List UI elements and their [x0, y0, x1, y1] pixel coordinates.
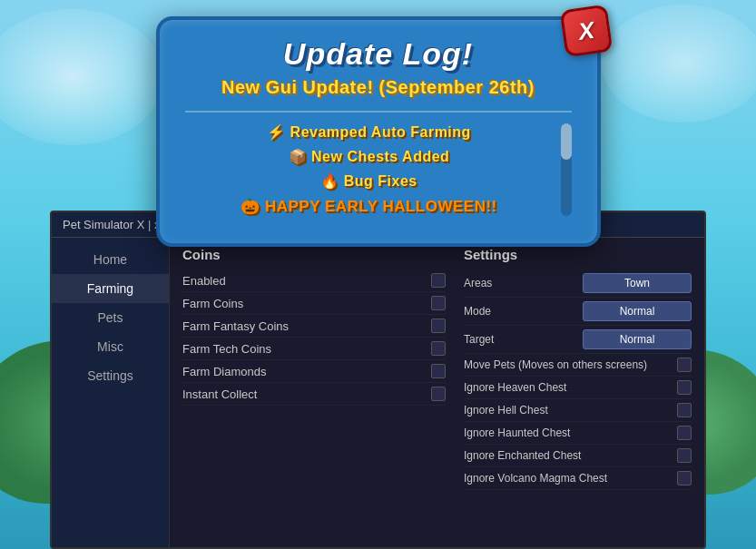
- modal-scrollable: ⚡ Revamped Auto Farming 📦 New Chests Add…: [185, 123, 572, 216]
- update-modal: X Update Log! New Gui Update! (September…: [156, 16, 601, 247]
- modal-title: Update Log!: [185, 36, 572, 72]
- modal-subtitle: New Gui Update! (September 26th): [185, 77, 572, 98]
- update-item-0: ⚡ Revamped Auto Farming: [185, 123, 554, 141]
- modal-content: ⚡ Revamped Auto Farming 📦 New Chests Add…: [185, 123, 572, 216]
- modal-overlay: X Update Log! New Gui Update! (September…: [0, 0, 756, 549]
- update-item-3: 🎃 HAPPY EARLY HALLOWEEN!!: [185, 197, 554, 216]
- close-icon: X: [576, 18, 595, 44]
- modal-scrollbar[interactable]: [561, 123, 572, 216]
- modal-scrollbar-thumb: [561, 123, 572, 160]
- modal-close-button[interactable]: X: [559, 5, 613, 58]
- update-item-1: 📦 New Chests Added: [185, 148, 554, 165]
- modal-divider: [185, 111, 572, 113]
- update-item-2: 🔥 Bug Fixes: [185, 172, 554, 190]
